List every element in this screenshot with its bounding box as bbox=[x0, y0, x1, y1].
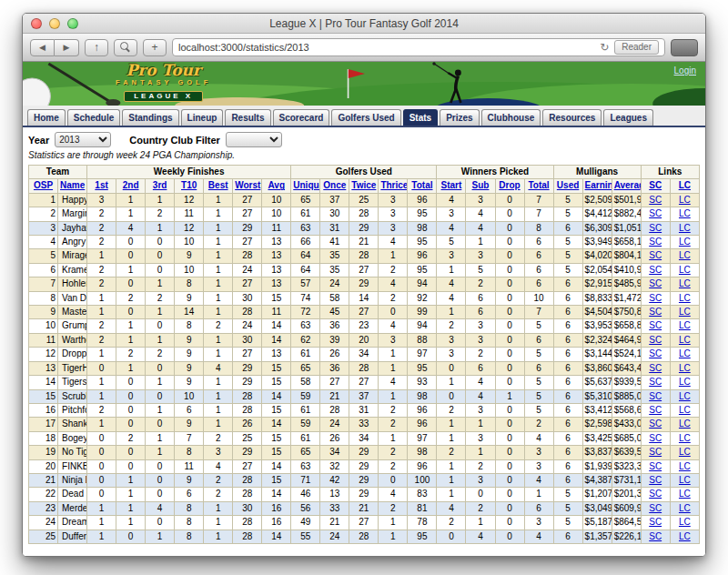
scorecard-link[interactable]: SC bbox=[649, 391, 662, 401]
scorecard-link[interactable]: SC bbox=[649, 363, 662, 373]
sort-link-3rd-4[interactable]: 3rd bbox=[153, 180, 167, 190]
lineup-card-link[interactable]: LC bbox=[679, 208, 691, 218]
tab-scorecard[interactable]: Scorecard bbox=[273, 109, 330, 126]
sort-link-unique-9[interactable]: Unique bbox=[293, 180, 320, 190]
scorecard-link[interactable]: SC bbox=[649, 489, 662, 499]
sort-link-start-14[interactable]: Start bbox=[441, 180, 462, 190]
sort-link-1st-2[interactable]: 1st bbox=[95, 180, 107, 190]
year-select[interactable]: 2013 bbox=[55, 132, 111, 147]
sort-link-once-10[interactable]: Once bbox=[323, 180, 346, 190]
lineup-card-link[interactable]: LC bbox=[679, 363, 691, 373]
sort-link-sub-15[interactable]: Sub bbox=[472, 180, 490, 190]
lineup-card-link[interactable]: LC bbox=[679, 250, 691, 260]
sort-link-worst-7[interactable]: Worst bbox=[235, 180, 260, 190]
scorecard-link[interactable]: SC bbox=[649, 531, 662, 541]
scorecard-link[interactable]: SC bbox=[649, 250, 662, 260]
tab-schedule[interactable]: Schedule bbox=[67, 109, 120, 126]
lineup-card-link[interactable]: LC bbox=[679, 517, 691, 527]
sort-link-name-1[interactable]: Name bbox=[60, 180, 85, 190]
back-button[interactable]: ◀ bbox=[30, 39, 55, 56]
lineup-card-link[interactable]: LC bbox=[679, 503, 691, 513]
scorecard-link[interactable]: SC bbox=[649, 335, 662, 345]
minimize-button[interactable] bbox=[49, 18, 60, 29]
scorecard-link[interactable]: SC bbox=[649, 447, 662, 457]
address-bar[interactable]: localhost:3000/statistics/2013 ↻ Reader bbox=[172, 38, 665, 56]
close-button[interactable] bbox=[31, 18, 42, 29]
scorecard-link[interactable]: SC bbox=[649, 419, 662, 429]
forward-button[interactable]: ▶ bbox=[55, 39, 79, 56]
scorecard-link[interactable]: SC bbox=[649, 223, 662, 233]
lineup-card-link[interactable]: LC bbox=[679, 195, 691, 205]
scorecard-link[interactable]: SC bbox=[649, 307, 662, 317]
sort-link-best-6[interactable]: Best bbox=[208, 180, 228, 190]
scorecard-link[interactable]: SC bbox=[649, 461, 662, 471]
search-button[interactable] bbox=[114, 39, 137, 56]
login-link[interactable]: Login bbox=[674, 66, 696, 76]
sort-link-twice-11[interactable]: Twice bbox=[351, 180, 376, 190]
country-club-select[interactable] bbox=[226, 132, 282, 147]
tab-stats[interactable]: Stats bbox=[403, 109, 438, 126]
tab-clubhouse[interactable]: Clubhouse bbox=[481, 109, 541, 126]
lineup-card-link[interactable]: LC bbox=[679, 461, 691, 471]
lineup-card-link[interactable]: LC bbox=[679, 447, 691, 457]
refresh-icon[interactable]: ↻ bbox=[600, 41, 609, 54]
scorecard-link[interactable]: SC bbox=[649, 237, 662, 247]
scorecard-link[interactable]: SC bbox=[649, 278, 662, 288]
scorecard-link[interactable]: SC bbox=[649, 475, 662, 485]
sort-link-total-13[interactable]: Total bbox=[411, 180, 432, 190]
lineup-card-link[interactable]: LC bbox=[679, 320, 691, 330]
sort-link-avg-8[interactable]: Avg bbox=[268, 180, 286, 190]
tab-golfers-used[interactable]: Golfers Used bbox=[331, 109, 400, 126]
sort-link-thrice-12[interactable]: Thrice bbox=[380, 180, 408, 190]
lineup-card-link[interactable]: LC bbox=[679, 223, 691, 233]
scorecard-link[interactable]: SC bbox=[649, 503, 662, 513]
scorecard-link[interactable]: SC bbox=[649, 195, 662, 205]
share-button[interactable]: ↑ bbox=[85, 39, 108, 56]
lineup-card-link[interactable]: LC bbox=[679, 531, 691, 541]
downloads-button[interactable] bbox=[671, 39, 698, 56]
sort-link-total-17[interactable]: Total bbox=[528, 180, 549, 190]
sort-link-osp-0[interactable]: OSP bbox=[34, 180, 53, 190]
lineup-card-link[interactable]: LC bbox=[679, 377, 691, 387]
tab-standings[interactable]: Standings bbox=[122, 109, 178, 126]
scorecard-link[interactable]: SC bbox=[649, 293, 662, 303]
lineup-card-link[interactable]: LC bbox=[679, 419, 691, 429]
tab-results[interactable]: Results bbox=[225, 109, 270, 126]
reader-button[interactable]: Reader bbox=[614, 40, 659, 55]
lineup-card-link[interactable]: LC bbox=[679, 475, 691, 485]
lineup-card-link[interactable]: LC bbox=[679, 293, 691, 303]
new-tab-button[interactable]: + bbox=[143, 39, 167, 56]
scorecard-link[interactable]: SC bbox=[649, 208, 662, 218]
tab-home[interactable]: Home bbox=[27, 109, 66, 126]
sort-link-used-18[interactable]: Used bbox=[557, 180, 579, 190]
lineup-card-link[interactable]: LC bbox=[679, 433, 691, 443]
sort-link-t10-5[interactable]: T10 bbox=[181, 180, 197, 190]
lineup-card-link[interactable]: LC bbox=[679, 265, 691, 275]
sort-link-sc-21[interactable]: SC bbox=[649, 180, 662, 190]
sort-link-average-20[interactable]: Average bbox=[614, 180, 642, 190]
lineup-card-link[interactable]: LC bbox=[679, 391, 691, 401]
scorecard-link[interactable]: SC bbox=[649, 320, 662, 330]
tab-lineup[interactable]: Lineup bbox=[181, 109, 224, 126]
lineup-card-link[interactable]: LC bbox=[679, 278, 691, 288]
sort-link-2nd-3[interactable]: 2nd bbox=[123, 180, 139, 190]
scorecard-link[interactable]: SC bbox=[649, 517, 662, 527]
lineup-card-link[interactable]: LC bbox=[679, 307, 691, 317]
lineup-card-link[interactable]: LC bbox=[679, 335, 691, 345]
tab-resources[interactable]: Resources bbox=[542, 109, 602, 126]
sort-link-earnings-19[interactable]: Earnings bbox=[585, 180, 612, 190]
lineup-card-link[interactable]: LC bbox=[679, 348, 691, 358]
sort-link-lc-22[interactable]: LC bbox=[679, 180, 691, 190]
scorecard-link[interactable]: SC bbox=[649, 405, 662, 415]
tab-prizes[interactable]: Prizes bbox=[440, 109, 479, 126]
zoom-button[interactable] bbox=[67, 18, 78, 29]
tab-leagues[interactable]: Leagues bbox=[603, 109, 653, 126]
sort-link-drop-16[interactable]: Drop bbox=[499, 180, 520, 190]
scorecard-link[interactable]: SC bbox=[649, 433, 662, 443]
scorecard-link[interactable]: SC bbox=[649, 265, 662, 275]
lineup-card-link[interactable]: LC bbox=[679, 489, 691, 499]
lineup-card-link[interactable]: LC bbox=[679, 237, 691, 247]
scorecard-link[interactable]: SC bbox=[649, 348, 662, 358]
lineup-card-link[interactable]: LC bbox=[679, 405, 691, 415]
scorecard-link[interactable]: SC bbox=[649, 377, 662, 387]
